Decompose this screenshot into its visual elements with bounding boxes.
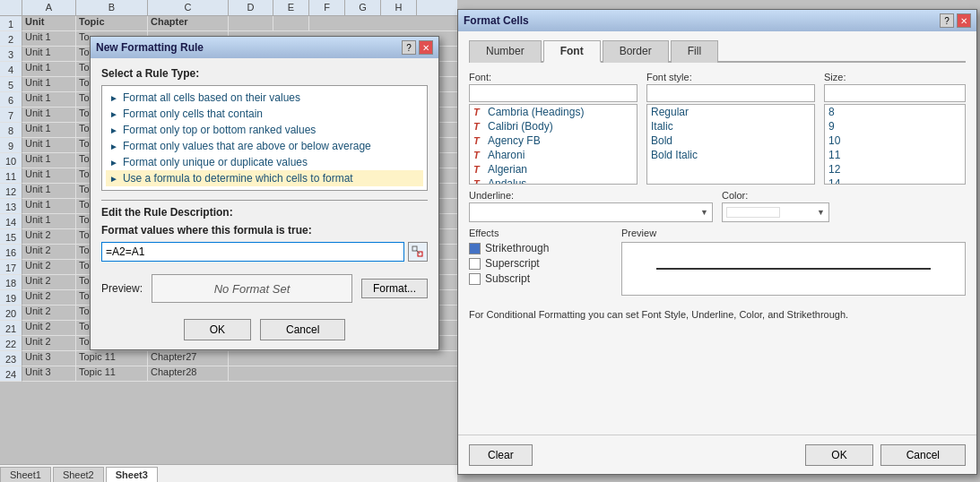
ss-cell[interactable]: Topic 11 — [76, 366, 148, 381]
font-list-item-algerian[interactable]: T Algerian — [470, 162, 637, 176]
subscript-checkbox[interactable] — [469, 273, 481, 285]
ss-cell[interactable]: Unit 2 — [22, 260, 76, 274]
clear-button[interactable]: Clear — [469, 444, 533, 466]
nfr-close-button[interactable]: ✕ — [419, 40, 433, 55]
sheet-tab-1[interactable]: Sheet1 — [0, 467, 51, 482]
ss-cell[interactable]: Unit 3 — [22, 351, 76, 366]
ss-cell[interactable]: Unit 1 — [22, 153, 76, 168]
style-bold[interactable]: Bold — [647, 133, 814, 148]
corner-cell — [0, 0, 22, 15]
ss-cell[interactable]: Chapter28 — [148, 366, 229, 381]
rule-item-5[interactable]: ► Use a formula to determine which cells… — [106, 170, 423, 186]
sheet-tab-3[interactable]: Sheet3 — [106, 467, 158, 482]
size-14[interactable]: 14 — [825, 176, 965, 185]
fc-titlebar: Format Cells ? ✕ — [458, 10, 976, 31]
ss-cell[interactable]: Unit 1 — [22, 31, 76, 46]
rule-text-5: Use a formula to determine which cells t… — [123, 172, 353, 185]
size-11[interactable]: 11 — [825, 148, 965, 162]
ss-cell[interactable]: Unit 1 — [22, 214, 76, 228]
fc-help-button[interactable]: ? — [940, 13, 954, 28]
ss-cell[interactable]: Unit 2 — [22, 245, 76, 259]
style-bold-italic[interactable]: Bold Italic — [647, 148, 814, 162]
ss-cell[interactable]: Unit 1 — [22, 77, 76, 91]
ss-cell[interactable]: Unit 1 — [22, 138, 76, 152]
font-size-list[interactable]: 8 9 10 11 12 14 — [824, 104, 966, 185]
ss-cell[interactable]: Unit 1 — [22, 199, 76, 213]
ss-cell[interactable]: Unit 2 — [22, 229, 76, 244]
nfr-titlebar-buttons: ? ✕ — [402, 40, 433, 55]
format-button[interactable]: Format... — [361, 279, 428, 298]
fc-title: Format Cells — [464, 14, 529, 27]
rule-item-4[interactable]: ► Format only unique or duplicate values — [106, 154, 423, 170]
font-style-input[interactable] — [646, 84, 815, 102]
ss-cell[interactable]: Topic 11 — [76, 351, 148, 366]
fc-close-button[interactable]: ✕ — [957, 13, 971, 28]
nfr-help-button[interactable]: ? — [402, 40, 416, 55]
font-preview-area — [621, 242, 966, 296]
col-header-h: H — [381, 0, 417, 15]
font-size-input[interactable] — [824, 84, 966, 102]
size-10[interactable]: 10 — [825, 133, 965, 148]
formula-input[interactable] — [101, 242, 404, 262]
font-list[interactable]: T Cambria (Headings) T Calibri (Body) T … — [469, 104, 637, 185]
edit-rule-section: Edit the Rule Description: Format values… — [101, 206, 428, 262]
fc-footer: Clear OK Cancel — [458, 435, 976, 474]
ss-cell[interactable]: Unit 1 — [22, 123, 76, 137]
col-header-b: B — [76, 0, 148, 15]
tab-border[interactable]: Border — [603, 40, 669, 63]
size-9[interactable]: 9 — [825, 119, 965, 133]
font-list-item-agencyfb[interactable]: T Agency FB — [470, 133, 637, 148]
ss-cell[interactable]: Unit 2 — [22, 275, 76, 289]
nfr-ok-button[interactable]: OK — [184, 319, 251, 340]
font-list-item-cambria[interactable]: T Cambria (Headings) — [470, 105, 637, 119]
ss-cell[interactable]: Unit 1 — [22, 47, 76, 61]
rule-item-3[interactable]: ► Format only values that are above or b… — [106, 138, 423, 154]
font-list-item-aharoni[interactable]: T Aharoni — [470, 148, 637, 162]
font-list-item-andalus[interactable]: T Andalus — [470, 176, 637, 185]
col-header-e: E — [273, 0, 309, 15]
ss-cell[interactable]: Unit — [22, 16, 76, 30]
tab-number[interactable]: Number — [469, 40, 542, 63]
rule-item-0[interactable]: ► Format all cells based on their values — [106, 90, 423, 106]
rule-item-1[interactable]: ► Format only cells that contain — [106, 106, 423, 122]
size-8[interactable]: 8 — [825, 105, 965, 119]
underline-select[interactable]: ▼ — [469, 202, 713, 222]
sheet-tab-2[interactable]: Sheet2 — [53, 467, 104, 482]
rule-item-2[interactable]: ► Format only top or bottom ranked value… — [106, 122, 423, 138]
subscript-row: Subscript — [469, 272, 612, 285]
font-style-list[interactable]: Regular Italic Bold Bold Italic — [646, 104, 815, 185]
ss-cell[interactable]: Unit 2 — [22, 290, 76, 305]
ss-cell[interactable]: Unit 2 — [22, 336, 76, 350]
color-col: Color: ▼ — [722, 190, 966, 222]
ss-cell[interactable]: Unit 2 — [22, 306, 76, 320]
fc-ok-button[interactable]: OK — [805, 444, 872, 466]
superscript-checkbox[interactable] — [469, 258, 481, 270]
style-regular[interactable]: Regular — [647, 105, 814, 119]
tab-fill[interactable]: Fill — [671, 40, 718, 63]
formula-input-row — [101, 242, 428, 262]
row-number: 8 — [0, 123, 22, 138]
ref-button[interactable] — [408, 242, 428, 262]
font-list-item-calibri[interactable]: T Calibri (Body) — [470, 119, 637, 133]
font-type-icon: T — [473, 150, 484, 160]
strikethrough-checkbox[interactable] — [469, 243, 481, 254]
ss-cell[interactable]: Unit 3 — [22, 366, 76, 381]
style-italic[interactable]: Italic — [647, 119, 814, 133]
ss-cell[interactable]: Unit 1 — [22, 108, 76, 122]
nfr-body: Select a Rule Type: ► Format all cells b… — [91, 58, 438, 312]
ss-cell[interactable]: Topic — [76, 16, 148, 30]
ss-cell[interactable]: Chapter — [148, 16, 229, 30]
tab-font[interactable]: Font — [543, 40, 601, 63]
ss-cell[interactable]: Unit 1 — [22, 168, 76, 183]
ss-cell[interactable]: Unit 2 — [22, 321, 76, 335]
color-select[interactable]: ▼ — [722, 202, 829, 222]
ss-cell[interactable]: Unit 1 — [22, 92, 76, 107]
size-12[interactable]: 12 — [825, 162, 965, 176]
fc-cancel-button[interactable]: Cancel — [880, 444, 966, 466]
nfr-cancel-button[interactable]: Cancel — [260, 319, 345, 340]
font-name-input[interactable] — [469, 84, 637, 102]
ss-cell[interactable]: Unit 1 — [22, 184, 76, 198]
font-name: Cambria (Headings) — [488, 106, 584, 118]
ss-cell[interactable]: Unit 1 — [22, 62, 76, 76]
ss-cell[interactable]: Chapter27 — [148, 351, 229, 366]
